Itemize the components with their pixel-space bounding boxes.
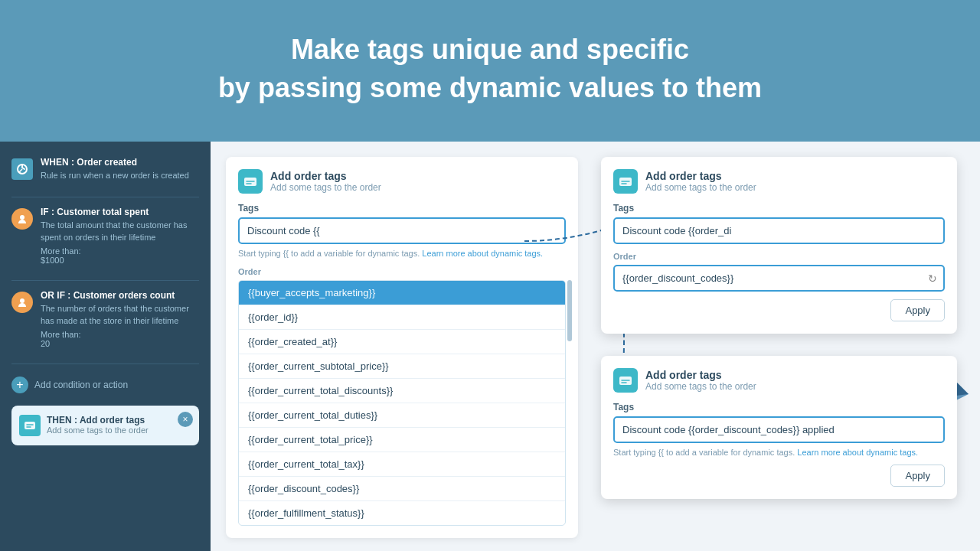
tags-hint: Start typing {{ to add a variable for dy… bbox=[238, 249, 566, 258]
plus-icon: + bbox=[11, 377, 28, 393]
dropdown-item-7[interactable]: {{order_current_total_tax}} bbox=[239, 452, 565, 477]
if1-text: IF : Customer total spent The total amou… bbox=[41, 207, 199, 265]
then-icon bbox=[19, 415, 41, 436]
overlay2-tags-label: Tags bbox=[613, 402, 945, 412]
when-icon bbox=[11, 158, 33, 180]
add-condition-button[interactable]: + Add condition or action bbox=[11, 373, 199, 396]
overlay1-apply-button[interactable]: Apply bbox=[890, 299, 945, 321]
sidebar-item-if1: IF : Customer total spent The total amou… bbox=[11, 207, 199, 265]
overlay1-refresh-icon: ↻ bbox=[928, 272, 937, 285]
learn-more-link[interactable]: Learn more about dynamic tags. bbox=[422, 249, 543, 258]
dropdown-item-6[interactable]: {{order_current_total_price}} bbox=[239, 428, 565, 452]
overlay2-apply-button[interactable]: Apply bbox=[890, 465, 945, 487]
close-button[interactable]: × bbox=[178, 412, 193, 427]
sidebar-item-then: × THEN : Add order tags Add some tags to… bbox=[11, 406, 199, 445]
dropdown-scroll-area: {{buyer_accepts_marketing}} {{order_id}}… bbox=[238, 280, 566, 526]
tags-input[interactable] bbox=[238, 217, 566, 244]
overlay1-apply-row: Apply bbox=[613, 292, 945, 321]
overlay1-icon bbox=[613, 169, 638, 194]
add-condition-label: Add condition or action bbox=[34, 380, 128, 390]
when-text: WHEN : Order created Rule is run when a … bbox=[41, 157, 189, 181]
order-section-label: Order bbox=[238, 267, 566, 276]
svg-rect-3 bbox=[24, 422, 35, 429]
overlay2-subtitle: Add some tags to the order bbox=[645, 381, 756, 392]
overlay1-tags-input[interactable] bbox=[613, 217, 945, 244]
sidebar-item-when: WHEN : Order created Rule is run when a … bbox=[11, 157, 199, 181]
dropdown-item-2[interactable]: {{order_created_at}} bbox=[239, 330, 565, 354]
card-title-group: Add order tags Add some tags to the orde… bbox=[270, 170, 381, 193]
dropdown-item-4[interactable]: {{order_current_total_discounts}} bbox=[239, 379, 565, 403]
scroll-thumb[interactable] bbox=[567, 280, 572, 341]
overlay1-title-group: Add order tags Add some tags to the orde… bbox=[645, 170, 756, 193]
tags-label: Tags bbox=[238, 203, 566, 214]
overlay2-hint: Start typing {{ to add a variable for dy… bbox=[613, 448, 945, 457]
overlay1-tags-label: Tags bbox=[613, 203, 945, 214]
overlay1-var-row: ↻ bbox=[613, 265, 945, 292]
divider-1 bbox=[11, 197, 199, 197]
divider-2 bbox=[11, 280, 199, 281]
content-area: WHEN : Order created Rule is run when a … bbox=[0, 142, 980, 551]
overlay2-apply-row: Apply bbox=[613, 457, 945, 487]
dropdown-item-3[interactable]: {{order_current_subtotal_price}} bbox=[239, 354, 565, 379]
or-if-icon bbox=[11, 292, 33, 313]
dropdown-item-8[interactable]: {{order_discount_codes}} bbox=[239, 477, 565, 501]
then-text: THEN : Add order tags Add some tags to t… bbox=[47, 415, 149, 435]
hero-title: Make tags unique and specific by passing… bbox=[15, 31, 965, 108]
dropdown-item-9[interactable]: {{order_fulfillment_status}} bbox=[239, 501, 565, 525]
dropdown-list: {{buyer_accepts_marketing}} {{order_id}}… bbox=[238, 280, 566, 526]
svg-point-2 bbox=[20, 298, 24, 303]
sidebar-item-or-if: OR IF : Customer orders count The number… bbox=[11, 290, 199, 348]
divider-3 bbox=[11, 364, 199, 364]
card-title: Add order tags bbox=[270, 170, 381, 182]
if1-icon bbox=[11, 208, 33, 230]
overlay2-title-group: Add order tags Add some tags to the orde… bbox=[645, 369, 756, 392]
main-panel: Add order tags Add some tags to the orde… bbox=[211, 142, 980, 551]
overlay1-subtitle: Add some tags to the order bbox=[645, 182, 756, 193]
overlay2-icon bbox=[613, 368, 638, 393]
overlay1-var-input[interactable] bbox=[613, 265, 945, 292]
svg-point-1 bbox=[20, 215, 24, 220]
sidebar: WHEN : Order created Rule is run when a … bbox=[0, 142, 211, 551]
card-header: Add order tags Add some tags to the orde… bbox=[238, 169, 566, 194]
or-if-text: OR IF : Customer orders count The number… bbox=[41, 290, 199, 348]
card-subtitle: Add some tags to the order bbox=[270, 182, 381, 193]
overlay-card-2: Add order tags Add some tags to the orde… bbox=[601, 356, 957, 499]
overlay1-order-label: Order bbox=[613, 252, 945, 261]
overlay1-title: Add order tags bbox=[645, 170, 756, 182]
dropdown-item-1[interactable]: {{order_id}} bbox=[239, 305, 565, 330]
overlay2-title: Add order tags bbox=[645, 369, 756, 381]
overlay-card-1: Add order tags Add some tags to the orde… bbox=[601, 157, 957, 334]
overlay2-learn-more-link[interactable]: Learn more about dynamic tags. bbox=[797, 448, 918, 457]
overlay2-header: Add order tags Add some tags to the orde… bbox=[613, 368, 945, 393]
dropdown-item-0[interactable]: {{buyer_accepts_marketing}} bbox=[239, 281, 565, 305]
overlay2-tags-input[interactable] bbox=[613, 416, 945, 443]
hero-section: Make tags unique and specific by passing… bbox=[0, 0, 980, 131]
dropdown-item-5[interactable]: {{order_current_total_duties}} bbox=[239, 403, 565, 428]
overlay1-header: Add order tags Add some tags to the orde… bbox=[613, 169, 945, 194]
main-card: Add order tags Add some tags to the orde… bbox=[226, 157, 578, 538]
card-icon bbox=[238, 169, 263, 194]
